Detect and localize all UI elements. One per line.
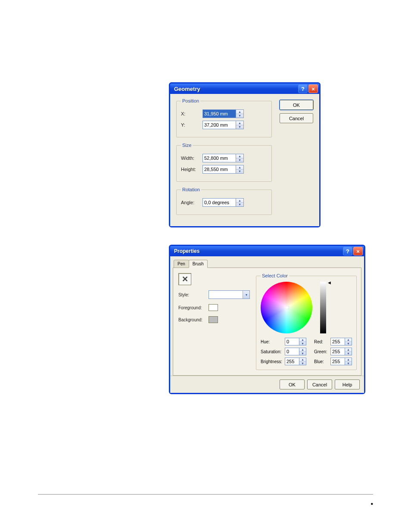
spinner-up-icon[interactable]: ▲ — [236, 110, 243, 114]
tab-brush[interactable]: Brush — [189, 260, 208, 268]
close-icon[interactable]: × — [308, 84, 318, 93]
hue-input[interactable] — [285, 338, 299, 345]
ok-button[interactable]: OK — [280, 380, 305, 389]
brightness-spinner[interactable]: ▲▼ — [285, 358, 306, 365]
footer-bullet-icon: • — [371, 500, 373, 508]
spinner-down-icon[interactable]: ▼ — [299, 361, 306, 365]
no-brush-icon[interactable]: ✕ — [178, 273, 191, 285]
spinner-up-icon[interactable]: ▲ — [299, 348, 306, 352]
close-icon[interactable]: × — [353, 247, 363, 255]
width-spinner[interactable]: ▲▼ — [202, 154, 245, 162]
color-marker-icon[interactable] — [286, 306, 289, 309]
brightness-input[interactable] — [285, 358, 299, 365]
angle-spinner[interactable]: ▲▼ — [202, 198, 245, 207]
spinner-up-icon[interactable]: ▲ — [236, 154, 243, 158]
tab-strip: Pen Brush — [173, 258, 361, 268]
cancel-button[interactable]: Cancel — [307, 380, 332, 389]
spinner-down-icon[interactable]: ▼ — [299, 342, 306, 345]
size-group: Size Width: ▲▼ Height: ▲▼ — [176, 143, 272, 182]
spinner-up-icon[interactable]: ▲ — [345, 338, 352, 342]
spinner-down-icon[interactable]: ▼ — [299, 352, 306, 355]
properties-titlebar[interactable]: Properties ? × — [170, 246, 364, 256]
select-color-group: Select Color ◄ Hue: ▲▼ — [256, 273, 357, 370]
red-label: Red: — [314, 339, 330, 344]
angle-label: Angle: — [181, 200, 202, 205]
position-legend: Position — [181, 98, 200, 103]
hue-label: Hue: — [261, 339, 285, 344]
brightness-strip[interactable] — [320, 282, 326, 333]
spinner-down-icon[interactable]: ▼ — [345, 361, 352, 365]
geometry-dialog: Geometry ? × Position X: ▲▼ Y: ▲▼ Siz — [169, 82, 321, 227]
saturation-spinner[interactable]: ▲▼ — [285, 348, 306, 355]
style-value — [209, 291, 243, 299]
brightness-label: Brightness: — [261, 359, 285, 364]
spinner-down-icon[interactable]: ▼ — [236, 158, 243, 162]
cancel-button[interactable]: Cancel — [280, 113, 313, 123]
spinner-up-icon[interactable]: ▲ — [299, 338, 306, 342]
spinner-down-icon[interactable]: ▼ — [236, 169, 243, 174]
properties-dialog: Properties ? × Pen Brush ✕ Style: ▾ Fore… — [169, 245, 365, 394]
foreground-swatch[interactable] — [209, 304, 218, 311]
width-input[interactable] — [202, 154, 236, 162]
ok-button[interactable]: OK — [280, 100, 313, 110]
help-icon[interactable]: ? — [298, 84, 308, 93]
spinner-up-icon[interactable]: ▲ — [236, 199, 243, 202]
background-swatch[interactable] — [209, 316, 218, 323]
width-label: Width: — [181, 156, 202, 161]
blue-spinner[interactable]: ▲▼ — [330, 358, 352, 365]
green-label: Green: — [314, 349, 330, 354]
height-input[interactable] — [202, 165, 236, 174]
footer-separator — [38, 494, 373, 495]
position-group: Position X: ▲▼ Y: ▲▼ — [176, 98, 272, 137]
geometry-titlebar[interactable]: Geometry ? × — [170, 84, 319, 94]
y-spinner[interactable]: ▲▼ — [202, 121, 245, 129]
green-spinner[interactable]: ▲▼ — [330, 348, 352, 355]
spinner-down-icon[interactable]: ▼ — [345, 352, 352, 355]
red-spinner[interactable]: ▲▼ — [330, 338, 352, 345]
green-input[interactable] — [330, 348, 345, 355]
spinner-down-icon[interactable]: ▼ — [345, 342, 352, 345]
tab-pen[interactable]: Pen — [174, 260, 189, 268]
color-wheel[interactable] — [261, 282, 312, 333]
saturation-label: Saturation: — [261, 349, 285, 354]
x-input[interactable] — [202, 109, 236, 118]
blue-input[interactable] — [330, 358, 345, 365]
help-icon[interactable]: ? — [343, 247, 352, 255]
chevron-down-icon[interactable]: ▾ — [243, 291, 249, 299]
spinner-up-icon[interactable]: ▲ — [236, 121, 243, 125]
spinner-up-icon[interactable]: ▲ — [345, 348, 352, 352]
spinner-up-icon[interactable]: ▲ — [236, 165, 243, 169]
spinner-down-icon[interactable]: ▼ — [236, 114, 243, 118]
height-spinner[interactable]: ▲▼ — [202, 165, 245, 174]
spinner-up-icon[interactable]: ▲ — [345, 358, 352, 361]
y-input[interactable] — [202, 121, 236, 129]
rotation-group: Rotation Angle: ▲▼ — [176, 187, 272, 215]
brightness-arrow-icon[interactable]: ◄ — [327, 280, 332, 285]
geometry-title: Geometry — [171, 86, 297, 92]
x-label: X: — [181, 111, 202, 116]
properties-title: Properties — [171, 248, 342, 254]
y-label: Y: — [181, 122, 202, 128]
help-button[interactable]: Help — [335, 380, 360, 389]
spinner-down-icon[interactable]: ▼ — [236, 202, 243, 207]
blue-label: Blue: — [314, 359, 330, 364]
size-legend: Size — [181, 143, 193, 148]
select-color-legend: Select Color — [261, 273, 289, 278]
angle-input[interactable] — [202, 198, 236, 207]
saturation-input[interactable] — [285, 348, 299, 355]
x-spinner[interactable]: ▲▼ — [202, 109, 245, 118]
height-label: Height: — [181, 167, 202, 172]
spinner-up-icon[interactable]: ▲ — [299, 358, 306, 361]
foreground-label: Foreground: — [178, 305, 209, 310]
red-input[interactable] — [330, 338, 345, 345]
hue-spinner[interactable]: ▲▼ — [285, 338, 306, 345]
rotation-legend: Rotation — [181, 187, 201, 192]
brush-panel: ✕ Style: ▾ Foreground: Background: — [173, 268, 361, 376]
style-label: Style: — [178, 292, 209, 297]
background-label: Background: — [178, 317, 209, 322]
style-combo[interactable]: ▾ — [209, 290, 250, 299]
spinner-down-icon[interactable]: ▼ — [236, 125, 243, 129]
